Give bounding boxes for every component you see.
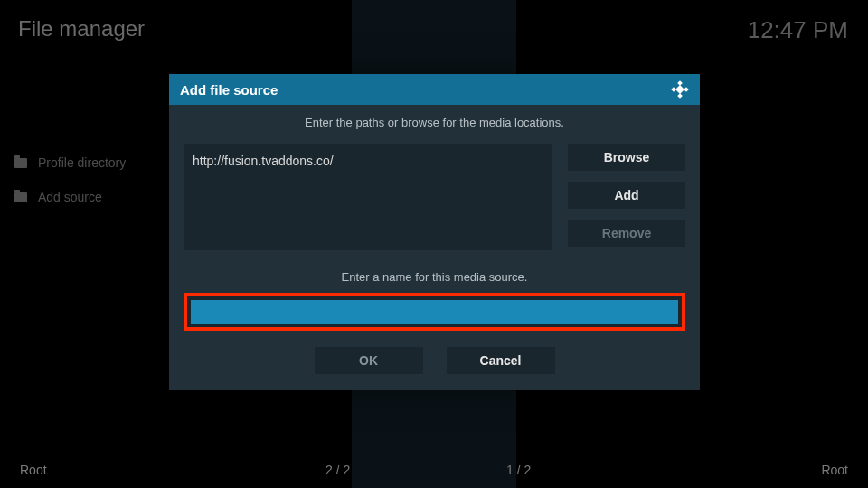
folder-icon <box>14 158 27 168</box>
name-hint: Enter a name for this media source. <box>184 270 685 284</box>
folder-icon <box>14 192 27 202</box>
path-value: http://fusion.tvaddons.co/ <box>193 154 334 168</box>
path-input[interactable]: http://fusion.tvaddons.co/ <box>184 144 552 250</box>
footer-right-count: 1 / 2 <box>506 463 531 477</box>
footer-left-count: 2 / 2 <box>326 463 350 477</box>
remove-button[interactable]: Remove <box>568 220 685 247</box>
source-name-input[interactable] <box>191 300 678 324</box>
page-title: File manager <box>18 16 145 42</box>
dialog-title: Add file source <box>180 82 278 98</box>
list-item[interactable]: Add source <box>14 190 126 204</box>
svg-rect-1 <box>677 93 683 99</box>
clock: 12:47 PM <box>748 16 848 44</box>
paths-hint: Enter the paths or browse for the media … <box>184 116 685 129</box>
add-file-source-dialog: Add file source Enter the paths or brows… <box>169 74 700 390</box>
list-item-label: Profile directory <box>38 155 126 170</box>
footer-left-root: Root <box>20 463 47 477</box>
svg-rect-4 <box>675 85 684 94</box>
browse-button[interactable]: Browse <box>568 144 685 171</box>
ok-button[interactable]: OK <box>315 347 423 374</box>
footer-right-root: Root <box>821 463 848 477</box>
svg-rect-0 <box>677 80 683 86</box>
svg-rect-3 <box>684 87 689 92</box>
add-button[interactable]: Add <box>568 182 685 209</box>
cancel-button[interactable]: Cancel <box>447 347 555 374</box>
svg-rect-2 <box>671 87 676 92</box>
kodi-logo-icon <box>671 80 689 99</box>
list-item[interactable]: Profile directory <box>14 155 126 170</box>
footer-bar: Root 2 / 2 1 / 2 Root <box>0 463 868 477</box>
list-item-label: Add source <box>38 190 102 204</box>
dialog-header: Add file source <box>169 74 700 105</box>
file-list-left: Profile directory Add source <box>14 155 126 204</box>
name-input-highlight <box>184 293 685 331</box>
